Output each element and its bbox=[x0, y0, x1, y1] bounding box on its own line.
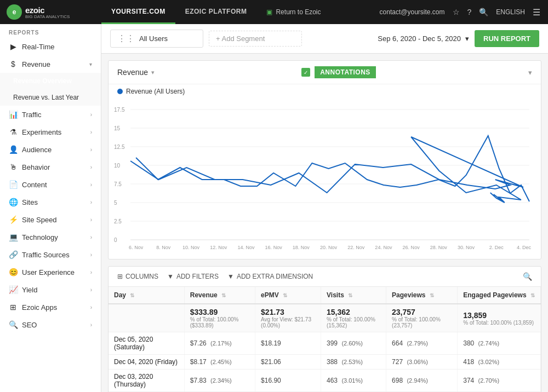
add-segment-button[interactable]: + Add Segment bbox=[209, 31, 302, 47]
revenue-icon: $ bbox=[9, 60, 18, 68]
chevron-right-icon-5: › bbox=[90, 182, 92, 188]
annotations-button[interactable]: ANNOTATIONS bbox=[315, 66, 376, 78]
col-header-revenue[interactable]: Revenue ⇅ bbox=[184, 287, 255, 304]
sidebar-item-technology[interactable]: 💻 Technology › bbox=[0, 228, 101, 246]
sidebar-label-experiments: Experiments bbox=[22, 128, 61, 136]
sidebar-item-site-speed[interactable]: ⚡ Site Speed › bbox=[0, 211, 101, 228]
chart-header: Revenue ▾ ✓ ANNOTATIONS ▾ bbox=[109, 61, 541, 84]
col-header-pageviews[interactable]: Pageviews ⇅ bbox=[386, 287, 458, 304]
main-layout: REPORTS ▶ Real-Time $ Revenue ▾ Revenue … bbox=[0, 24, 548, 392]
sidebar-label-revenue: Revenue bbox=[22, 60, 50, 68]
sidebar-item-ezoic-apps[interactable]: ⊞ Ezoic Apps › bbox=[0, 298, 101, 316]
row-pageviews-2: 698 (2.94%) bbox=[386, 370, 458, 392]
chevron-right-icon: › bbox=[90, 112, 92, 118]
sidebar-label-revenue-overview: Revenue Overview bbox=[13, 77, 72, 85]
columns-label: COLUMNS bbox=[125, 273, 158, 280]
all-users-segment[interactable]: ⋮⋮ All Users bbox=[110, 30, 203, 48]
legend-dot bbox=[117, 89, 123, 94]
date-range-text: Sep 6, 2020 - Dec 5, 2020 bbox=[378, 34, 461, 43]
sidebar-label-site-speed: Site Speed bbox=[22, 216, 57, 224]
sidebar-item-traffic[interactable]: 📊 Traffic › bbox=[0, 106, 101, 123]
star-icon[interactable]: ☆ bbox=[453, 8, 460, 16]
sidebar-item-revenue[interactable]: $ Revenue ▾ bbox=[0, 55, 101, 73]
totals-revenue-cell: $333.89 % of Total: 100.00% ($333.89) bbox=[184, 304, 255, 332]
sidebar-item-sites[interactable]: 🌐 Sites › bbox=[0, 193, 101, 211]
chevron-right-icon-13: › bbox=[90, 322, 92, 328]
sort-icon-pageviews: ⇅ bbox=[430, 292, 434, 298]
chart-legend: Revenue (All Users) bbox=[109, 84, 541, 99]
search-nav-icon[interactable]: 🔍 bbox=[479, 8, 488, 16]
col-header-day[interactable]: Day ⇅ bbox=[109, 287, 184, 304]
sidebar-item-behavior[interactable]: 🖱 Behavior › bbox=[0, 158, 101, 176]
sidebar-label-user-experience: User Experience bbox=[22, 268, 75, 276]
logo-text: ezoic bbox=[25, 5, 70, 15]
sidebar-item-realtime[interactable]: ▶ Real-Time bbox=[0, 38, 101, 55]
language-selector[interactable]: ENGLISH bbox=[496, 8, 525, 16]
add-filters-label: ADD FILTERS bbox=[176, 273, 219, 280]
sort-icon-visits: ⇅ bbox=[348, 292, 352, 298]
sidebar-section-label: REPORTS bbox=[0, 24, 101, 38]
chart-expand-icon[interactable]: ▾ bbox=[528, 68, 532, 77]
col-header-engaged-pageviews[interactable]: Engaged Pageviews ⇅ bbox=[458, 287, 541, 304]
columns-tool[interactable]: ⊞ COLUMNS bbox=[117, 273, 158, 280]
sidebar-item-experiments[interactable]: ⚗ Experiments › bbox=[0, 123, 101, 141]
date-range-chevron: ▾ bbox=[465, 34, 469, 43]
audience-icon: 👤 bbox=[9, 145, 18, 154]
sidebar-label-audience: Audience bbox=[22, 146, 52, 154]
sidebar-item-revenue-overview[interactable]: Revenue Overview bbox=[0, 73, 101, 89]
totals-revenue-sub: % of Total: 100.00% ($333.89) bbox=[190, 316, 249, 328]
svg-text:28. Nov: 28. Nov bbox=[430, 245, 448, 250]
sidebar-item-traffic-sources[interactable]: 🔗 Traffic Sources › bbox=[0, 246, 101, 263]
search-icon[interactable]: 🔍 bbox=[523, 272, 532, 281]
chevron-right-icon-8: › bbox=[90, 234, 92, 240]
chevron-right-icon-6: › bbox=[90, 199, 92, 205]
dimension-icon: ▼ bbox=[227, 273, 234, 280]
sort-icon-engaged: ⇅ bbox=[530, 292, 535, 298]
logo-area: e ezoic BIG DATA ANALYTICS bbox=[0, 0, 101, 24]
return-to-ezoic[interactable]: ▣ Return to Ezoic bbox=[256, 0, 330, 24]
help-icon[interactable]: ? bbox=[467, 8, 472, 16]
totals-epmv-value: $21.73 bbox=[261, 308, 284, 316]
col-header-epmv[interactable]: ePMV ⇅ bbox=[255, 287, 321, 304]
svg-text:6. Nov: 6. Nov bbox=[129, 245, 144, 250]
add-filters-tool[interactable]: ▼ ADD FILTERS bbox=[167, 273, 219, 280]
row-day-1: Dec 04, 2020 (Friday) bbox=[109, 355, 184, 370]
row-visits-2: 463 (3.01%) bbox=[321, 370, 386, 392]
technology-icon: 💻 bbox=[9, 233, 18, 241]
site-speed-icon: ⚡ bbox=[9, 215, 18, 224]
segment-label: All Users bbox=[139, 34, 168, 43]
sidebar-item-revenue-last-year[interactable]: Revenue vs. Last Year bbox=[0, 89, 101, 106]
logo-subtext: BIG DATA ANALYTICS bbox=[25, 15, 70, 19]
row-visits-1: 388 (2.53%) bbox=[321, 355, 386, 370]
sidebar-item-audience[interactable]: 👤 Audience › bbox=[0, 141, 101, 158]
sidebar-item-user-experience[interactable]: 😊 User Experience › bbox=[0, 263, 101, 281]
nav-tab-yoursite[interactable]: YOURSITE.COM bbox=[101, 0, 175, 24]
annotations-checkbox[interactable]: ✓ bbox=[301, 68, 310, 77]
seo-icon: 🔍 bbox=[9, 320, 18, 329]
table-row: Dec 05, 2020 (Saturday) $7.26 (2.17%) $1… bbox=[109, 332, 541, 355]
columns-icon: ⊞ bbox=[117, 273, 123, 280]
table-section: ⊞ COLUMNS ▼ ADD FILTERS ▼ ADD EXTRA DIME… bbox=[108, 266, 541, 392]
sidebar-label-traffic-sources: Traffic Sources bbox=[22, 251, 70, 259]
table-row: Dec 03, 2020 (Thursday) $7.83 (2.34%) $1… bbox=[109, 370, 541, 392]
table-search[interactable]: 🔍 bbox=[523, 272, 532, 281]
chart-dropdown-icon[interactable]: ▾ bbox=[151, 69, 155, 76]
col-header-visits[interactable]: Visits ⇅ bbox=[321, 287, 386, 304]
row-revenue-0: $7.26 (2.17%) bbox=[184, 332, 255, 355]
row-epmv-0: $18.19 bbox=[255, 332, 321, 355]
hamburger-icon[interactable]: ☰ bbox=[533, 7, 540, 18]
nav-tabs: YOURSITE.COM EZOIC PLATFORM ▣ Return to … bbox=[101, 0, 331, 24]
run-report-button[interactable]: RUN REPORT bbox=[475, 30, 539, 47]
revenue-chart: 17.5 15 12.5 10 7.5 5 2.5 0 bbox=[114, 104, 532, 252]
table-header-row: Day ⇅ Revenue ⇅ ePMV ⇅ Visits bbox=[109, 287, 541, 304]
svg-text:0: 0 bbox=[114, 237, 117, 243]
sidebar-item-yield[interactable]: 📈 Yield › bbox=[0, 281, 101, 298]
date-range[interactable]: Sep 6, 2020 - Dec 5, 2020 ▾ bbox=[378, 34, 469, 43]
sidebar-item-content[interactable]: 📄 Content › bbox=[0, 176, 101, 193]
data-table: Day ⇅ Revenue ⇅ ePMV ⇅ Visits bbox=[109, 287, 541, 392]
nav-tab-ezoic-platform[interactable]: EZOIC PLATFORM bbox=[175, 0, 257, 24]
sidebar-item-seo[interactable]: 🔍 SEO › bbox=[0, 316, 101, 333]
content-area: ⋮⋮ All Users + Add Segment Sep 6, 2020 -… bbox=[101, 24, 548, 392]
add-extra-dimension-tool[interactable]: ▼ ADD EXTRA DIMENSION bbox=[227, 273, 313, 280]
table-toolbar: ⊞ COLUMNS ▼ ADD FILTERS ▼ ADD EXTRA DIME… bbox=[109, 267, 541, 287]
